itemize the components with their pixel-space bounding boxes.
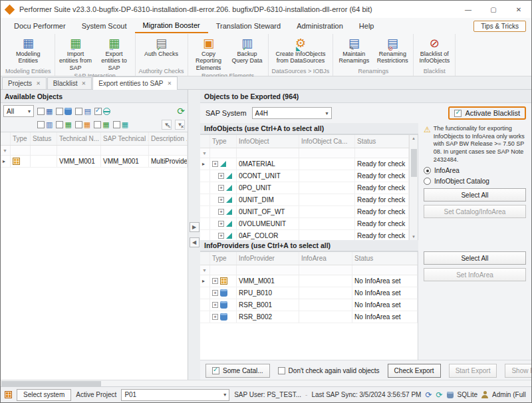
filter-checkbox[interactable] (75, 108, 82, 115)
copy-reporting-elements-button[interactable]: ▣ Copy Reporting Elements (190, 35, 227, 71)
move-left-button[interactable]: ◀ (190, 237, 200, 247)
infoobject-row[interactable]: + 0UNIT_OF_WT Ready for check (200, 206, 409, 218)
scrollbar-thumb[interactable] (411, 149, 417, 177)
set-infoarea-button[interactable]: Set InfoArea (424, 268, 526, 281)
tab-close-icon[interactable]: ✕ (168, 80, 172, 86)
filter-checkbox[interactable] (37, 108, 45, 115)
maximize-button[interactable]: ▢ (481, 1, 506, 18)
show-export-results-button[interactable]: Show Export Results (505, 364, 532, 378)
tips-tricks-button[interactable]: Tips & Tricks (473, 21, 526, 32)
horizontal-scrollbar[interactable] (1, 380, 531, 386)
expand-toggle[interactable]: + (212, 314, 218, 320)
infoobject-row[interactable]: + 0PO_UNIT Ready for check (200, 182, 409, 194)
expand-toggle[interactable]: + (218, 173, 224, 179)
sap-system-dropdown[interactable]: A4H▾ (252, 107, 332, 119)
infoarea-radio[interactable] (424, 167, 431, 174)
vertical-scrollbar[interactable]: ▲ ▼ (409, 134, 418, 240)
expand-toggle[interactable]: + (218, 221, 224, 227)
database-icon (220, 313, 227, 321)
filter-checkbox[interactable] (56, 121, 63, 128)
infoobject-catalog-radio[interactable] (424, 178, 431, 185)
backup-query-data-button[interactable]: ▥✓ Backup Query Data (229, 35, 266, 71)
filter-checkbox[interactable] (113, 121, 120, 128)
expand-toggle[interactable]: + (212, 290, 218, 296)
group-label: Modeling Entities (4, 67, 53, 76)
minimize-button[interactable]: — (456, 1, 481, 18)
infoobject-row[interactable]: ▸ + 0MATERIAL Ready for check (200, 158, 409, 170)
infoprovider-row[interactable]: ▸ + VMM_M001 No InfoArea set (200, 275, 418, 287)
expand-toggle[interactable]: + (218, 185, 224, 191)
active-project-dropdown[interactable]: P01▾ (121, 389, 229, 401)
sync-refresh-icon[interactable]: ⟳ (425, 391, 432, 399)
tab-export-entities[interactable]: Export entities to SAP✕ (92, 76, 178, 90)
scroll-down-icon[interactable]: ▼ (412, 234, 416, 239)
ribbon-tab-administration[interactable]: Administration (289, 19, 351, 33)
auth-checks-button[interactable]: ▤✓ Auth Checks (143, 35, 180, 67)
filter-checkbox[interactable] (56, 108, 63, 115)
select-system-button[interactable]: Select system (17, 389, 71, 401)
filter-checkbox[interactable] (75, 121, 82, 128)
create-infoobjects-button[interactable]: ⚙◣ Create InfoObjects from DataSources (272, 35, 329, 67)
maintain-renamings-button[interactable]: ▤✎ Maintain Renamings (335, 35, 372, 67)
close-button[interactable]: ✕ (506, 1, 531, 18)
select-all-infoproviders-button[interactable]: Select All (424, 251, 526, 265)
set-catalog-infoarea-button[interactable]: Set Catalog/InfoArea (424, 205, 526, 218)
expand-toggle[interactable]: + (212, 278, 218, 284)
expand-toggle[interactable]: + (218, 197, 224, 203)
export-entities-button[interactable]: ▦→ Export entities to SAP (96, 35, 133, 71)
status-bar: Select system Active Project P01▾ SAP Us… (1, 386, 531, 402)
renaming-restrictions-button[interactable]: ▤⊘ Renaming Restrictions (374, 35, 411, 67)
ribbon-tab-translation-steward[interactable]: Translation Steward (208, 19, 289, 33)
expand-toggle[interactable]: + (212, 302, 218, 308)
infoobject-row[interactable]: + 0CONT_UNIT Ready for check (200, 170, 409, 182)
tab-projects[interactable]: Projects✕ (2, 77, 47, 89)
copy-reporting-elements-icon: ▣ (203, 35, 214, 51)
filter-clear-button[interactable]: ▼✕ (175, 120, 185, 130)
warning-icon: ⚠ (424, 125, 431, 164)
start-export-button[interactable]: Start Export (449, 364, 497, 378)
tab-close-icon[interactable]: ✕ (36, 80, 41, 86)
refresh-button[interactable]: ⟳ (177, 106, 185, 116)
infoobject-catalog-radio-row[interactable]: InfoObject Catalog (424, 178, 526, 185)
dont-check-valid-checkbox[interactable] (278, 367, 285, 374)
infoprovider-row[interactable]: + RSR_B001 No InfoArea set (200, 299, 418, 311)
blacklist-infoobjects-button[interactable]: ⊘ Blacklist of InfoObjects (416, 35, 453, 67)
ribbon-tab-help[interactable]: Help (351, 19, 382, 33)
infoprovider-row[interactable]: + RPU_B010 No InfoArea set (200, 287, 418, 299)
activate-blacklist-label: Activate Blacklist (465, 109, 520, 117)
select-all-infoobjects-button[interactable]: Select All (424, 188, 526, 202)
activate-blacklist-checkbox[interactable] (454, 110, 462, 117)
modeling-entities-button[interactable]: ▦ Modeling Entities (9, 35, 47, 67)
filter-edit-button[interactable]: ▼✎ (162, 120, 172, 130)
tab-blacklist[interactable]: Blacklist✕ (47, 77, 92, 89)
filter-checkbox-checked[interactable] (94, 108, 102, 115)
expand-toggle[interactable]: + (218, 209, 224, 215)
reload-refresh-icon[interactable]: ⟳ (436, 391, 442, 399)
table-row[interactable]: ▸ VMM_M001 VMM_M001 MultiProvide... (1, 156, 188, 168)
filter-checkbox[interactable] (94, 121, 101, 128)
object-filter-dropdown[interactable]: All▾ (3, 105, 34, 117)
move-right-button[interactable]: ▶ (190, 222, 200, 232)
import-entities-button[interactable]: ▦→ Import entities from SAP (57, 35, 94, 71)
filter-row[interactable]: ▼ (200, 148, 409, 158)
scroll-up-icon[interactable]: ▲ (412, 136, 416, 141)
filter-checkbox[interactable] (37, 121, 45, 128)
infoobject-row[interactable]: + 0UNIT_DIM Ready for check (200, 194, 409, 206)
dont-check-valid-row[interactable]: Don't check again valid objects (278, 367, 380, 374)
ribbon-tab-docu-performer[interactable]: Docu Performer (6, 19, 74, 33)
some-catalogs-button[interactable]: Some Catal... (205, 364, 270, 378)
database-icon (220, 289, 227, 297)
check-export-button[interactable]: Check Export (388, 364, 441, 378)
infoprovider-row[interactable]: + RSR_B002 No InfoArea set (200, 311, 418, 323)
ribbon-tab-migration-booster[interactable]: Migration Booster (135, 19, 208, 33)
scrollbar-thumb[interactable] (1, 381, 101, 386)
tab-close-icon[interactable]: ✕ (82, 80, 86, 86)
infoobject-row[interactable]: + 0VOLUMEUNIT Ready for check (200, 218, 409, 230)
infoobject-icon (226, 185, 232, 191)
infoarea-radio-row[interactable]: InfoArea (424, 167, 526, 174)
ribbon-tab-system-scout[interactable]: System Scout (74, 19, 135, 33)
filter-row[interactable]: ▼ (1, 146, 188, 156)
expand-toggle[interactable]: + (212, 161, 218, 167)
expand-toggle[interactable]: + (218, 233, 224, 239)
filter-row[interactable]: ▼ (200, 265, 418, 275)
